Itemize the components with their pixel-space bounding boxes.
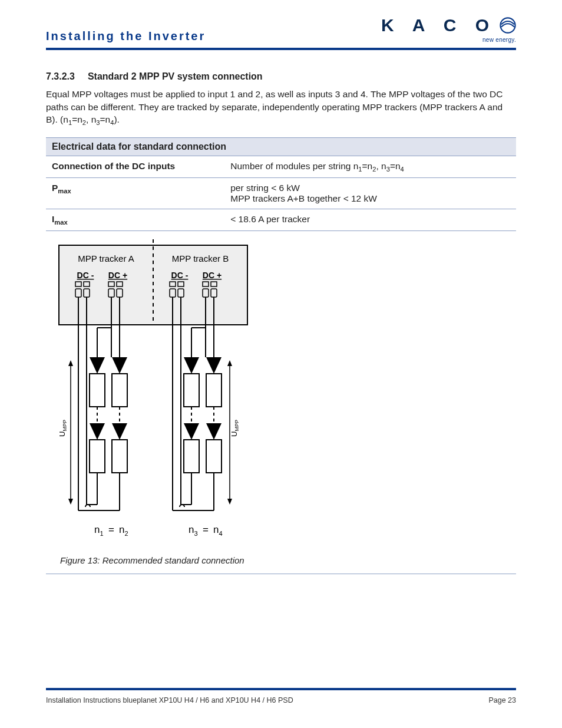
- page-footer: Installation Instructions blueplanet XP1…: [46, 688, 516, 704]
- svg-rect-41: [184, 440, 199, 473]
- string-equality-label: n1 = n2 n3 = n4: [94, 524, 223, 537]
- cell-label: Pmax: [46, 178, 224, 209]
- svg-marker-42: [206, 357, 222, 374]
- footer-left: Installation Instructions blueplanet XP1…: [46, 696, 293, 704]
- svg-rect-31: [90, 440, 105, 473]
- svg-marker-27: [90, 357, 105, 374]
- svg-rect-33: [112, 374, 127, 407]
- svg-marker-65: [227, 499, 232, 505]
- cell-value: per string < 6 kW MPP trackers A+B toget…: [224, 178, 516, 209]
- svg-text:=: =: [203, 524, 209, 535]
- svg-marker-37: [184, 357, 199, 374]
- svg-rect-28: [90, 374, 105, 407]
- cell-label: Connection of the DC inputs: [46, 156, 224, 178]
- svg-text:n2: n2: [119, 524, 128, 537]
- svg-marker-35: [112, 423, 127, 440]
- svg-rect-38: [184, 374, 199, 407]
- dc-plus-label: DC +: [203, 271, 222, 280]
- pv-string-icon: [184, 357, 199, 473]
- svg-rect-43: [206, 374, 222, 407]
- dc-minus-label: DC -: [77, 271, 94, 280]
- table-title: Electrical data for standard connection: [46, 138, 516, 156]
- section-heading: 7.3.2.3 Standard 2 MPP PV system connect…: [46, 71, 516, 82]
- umpp-label: UMPP: [58, 360, 73, 505]
- svg-text:UMPP: UMPP: [58, 420, 68, 437]
- cell-value: Number of modules per string n1=n2, n3=n…: [224, 156, 516, 178]
- svg-rect-36: [112, 440, 127, 473]
- figure-block: MPP tracker A MPP tracker B DC - DC + DC…: [46, 239, 516, 574]
- dc-minus-label: DC -: [171, 271, 189, 280]
- svg-marker-45: [206, 423, 222, 440]
- section-number: 7.3.2.3: [46, 71, 75, 82]
- table-row: Imax < 18.6 A per tracker: [46, 209, 516, 231]
- svg-marker-30: [90, 423, 105, 440]
- svg-text:n3: n3: [189, 524, 198, 537]
- svg-marker-60: [68, 360, 73, 366]
- pv-string-icon: [90, 357, 105, 473]
- dc-plus-label: DC +: [108, 271, 127, 280]
- intro-paragraph: Equal MPP voltages must be applied to in…: [46, 88, 516, 128]
- cell-label: Imax: [46, 209, 224, 231]
- footer-right: Page 23: [488, 696, 516, 704]
- tracker-a-label: MPP tracker A: [78, 253, 134, 263]
- page-header: Installing the Inverter K A C O new ener…: [46, 15, 516, 50]
- tracker-b-label: MPP tracker B: [172, 253, 229, 263]
- brand-name: K A C O: [381, 15, 496, 35]
- svg-rect-46: [206, 440, 222, 473]
- swoosh-icon: [500, 17, 516, 34]
- svg-marker-32: [112, 357, 127, 374]
- figure-caption: Figure 13: Recommended standard connecti…: [60, 555, 516, 565]
- pv-string-icon: [112, 357, 127, 473]
- brand-subtitle: new energy.: [381, 37, 516, 43]
- svg-marker-64: [227, 360, 232, 366]
- cell-value: < 18.6 A per tracker: [224, 209, 516, 231]
- svg-text:=: =: [108, 524, 114, 535]
- connection-diagram: MPP tracker A MPP tracker B DC - DC + DC…: [53, 239, 516, 548]
- svg-text:UMPP: UMPP: [230, 420, 240, 437]
- umpp-label: UMPP: [227, 360, 240, 505]
- section-title: Standard 2 MPP PV system connection: [88, 71, 263, 82]
- brand-logo: K A C O new energy.: [381, 15, 516, 43]
- table-row: Pmax per string < 6 kW MPP trackers A+B …: [46, 178, 516, 209]
- electrical-data-table: Electrical data for standard connection …: [46, 137, 516, 231]
- svg-marker-40: [184, 423, 199, 440]
- table-row: Connection of the DC inputs Number of mo…: [46, 156, 516, 178]
- svg-text:n4: n4: [213, 524, 223, 537]
- svg-text:n1: n1: [94, 524, 104, 537]
- svg-marker-61: [68, 499, 73, 505]
- header-title: Installing the Inverter: [46, 29, 206, 43]
- pv-string-icon: [206, 357, 222, 473]
